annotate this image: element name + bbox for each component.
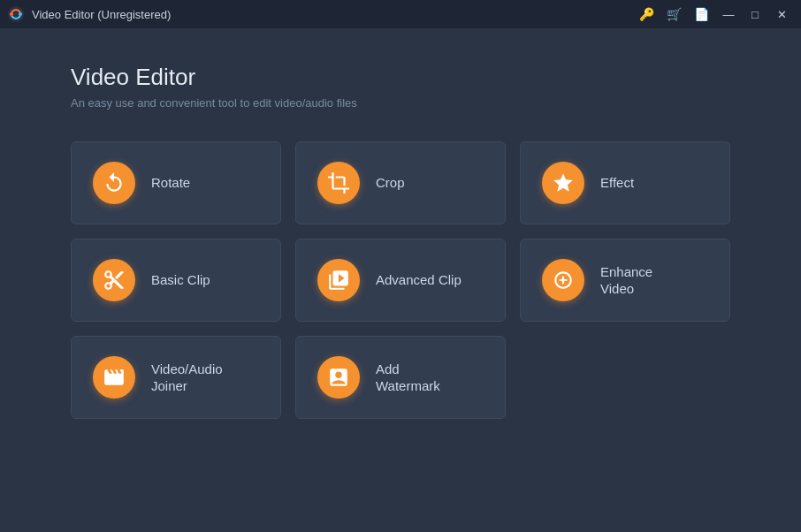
- effect-icon: [552, 171, 575, 194]
- enhance-video-icon-circle: [542, 259, 584, 301]
- crop-icon: [327, 171, 350, 194]
- close-button[interactable]: ✕: [769, 4, 794, 24]
- cart-icon[interactable]: 🛒: [661, 5, 687, 23]
- advanced-clip-icon: [327, 269, 350, 292]
- feature-card-watermark[interactable]: AddWatermark: [295, 336, 506, 419]
- minimize-button[interactable]: —: [716, 4, 741, 24]
- help-icon[interactable]: 📄: [689, 5, 714, 23]
- rotate-icon-circle: [93, 162, 135, 204]
- watermark-icon: [327, 366, 350, 389]
- joiner-icon: [103, 366, 126, 389]
- page-subtitle: An easy use and convenient tool to edit …: [71, 96, 730, 110]
- page-title: Video Editor: [71, 64, 730, 91]
- feature-card-effect[interactable]: Effect: [520, 141, 730, 224]
- joiner-icon-circle: [93, 356, 135, 399]
- basic-clip-icon: [103, 269, 126, 292]
- advanced-clip-icon-circle: [317, 259, 360, 301]
- watermark-label: AddWatermark: [376, 361, 440, 395]
- basic-clip-icon-circle: [93, 259, 135, 301]
- main-content: Video Editor An easy use and convenient …: [0, 28, 801, 445]
- app-logo: [7, 5, 25, 23]
- rotate-label: Rotate: [151, 174, 190, 192]
- title-bar-left: Video Editor (Unregistered): [7, 5, 171, 23]
- rotate-icon: [103, 171, 126, 194]
- crop-icon-circle: [317, 162, 360, 204]
- enhance-video-icon: [552, 269, 575, 292]
- joiner-label: Video/AudioJoiner: [151, 361, 223, 395]
- features-grid: Rotate Crop Effect: [71, 141, 730, 419]
- feature-card-crop[interactable]: Crop: [295, 141, 506, 224]
- feature-card-advanced-clip[interactable]: Advanced Clip: [295, 239, 506, 322]
- effect-icon-circle: [542, 162, 584, 204]
- watermark-icon-circle: [317, 356, 360, 399]
- feature-card-joiner[interactable]: Video/AudioJoiner: [71, 336, 281, 419]
- svg-point-1: [10, 12, 13, 16]
- maximize-button[interactable]: □: [743, 4, 767, 24]
- svg-point-2: [19, 12, 22, 16]
- effect-label: Effect: [600, 174, 634, 192]
- feature-card-rotate[interactable]: Rotate: [71, 141, 281, 224]
- enhance-video-label: EnhanceVideo: [600, 263, 652, 298]
- feature-card-enhance-video[interactable]: EnhanceVideo: [520, 239, 730, 322]
- title-bar-controls: 🔑 🛒 📄 — □ ✕: [634, 4, 794, 24]
- advanced-clip-label: Advanced Clip: [376, 271, 462, 289]
- title-bar: Video Editor (Unregistered) 🔑 🛒 📄 — □ ✕: [0, 0, 801, 28]
- crop-label: Crop: [376, 174, 405, 192]
- window-title: Video Editor (Unregistered): [32, 8, 171, 21]
- basic-clip-label: Basic Clip: [151, 271, 210, 289]
- feature-card-basic-clip[interactable]: Basic Clip: [71, 239, 281, 322]
- key-icon[interactable]: 🔑: [634, 5, 660, 23]
